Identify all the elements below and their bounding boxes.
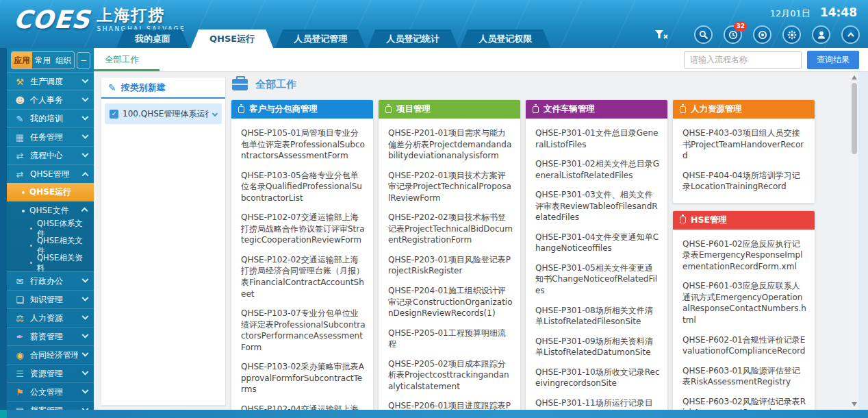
workflow-item[interactable]: QHSE-P201-01项目需求与能力偏差分析表Projectdemandand… — [388, 127, 513, 162]
sidebar-item-label: 薪资管理 — [30, 331, 78, 343]
scroll-up-button[interactable] — [852, 75, 857, 79]
collapse-header-icon[interactable] — [841, 25, 860, 44]
sidebar-item[interactable]: ☰ 资源管理 — [7, 365, 94, 382]
workflow-item[interactable]: QHSE-P301-02相关文件总目录GeneralListofRelatedF… — [535, 158, 660, 181]
workflow-item[interactable]: QHSE-P204-01施工组织设计评审记录ConstructionOrgani… — [388, 285, 513, 319]
search-results-button[interactable]: 查询结果 — [807, 51, 859, 69]
sidebar-item-label: 人力资源 — [30, 312, 78, 324]
workflow-item[interactable]: QHSE-P103-05合格专业分包单位名录QualifiedProfessio… — [241, 170, 366, 204]
workflow-item[interactable]: QHSE-P603-02风险评估记录表RiskAssessmentRecord — [682, 396, 807, 410]
sidebar-group: ▤ 档案管理 — [7, 401, 94, 410]
sidebar-group: ⚒ 生产调度 — [7, 72, 94, 90]
workflow-item[interactable]: QHSE-P301-04文件变更通知单ChangeNoticeoffiles — [535, 232, 660, 254]
sidebar-menu: ⚒ 生产调度 ☻ 个人事务 — [7, 72, 94, 410]
workflow-item[interactable]: QHSE-P206-01项目进度跟踪表ProjectProgressTracki… — [388, 400, 513, 410]
workflow-item[interactable]: QHSE-P301-09场所相关资料清单ListofRelatedDatumon… — [535, 336, 660, 358]
workflow-item[interactable]: QHSE-P301-11场所运行记录目录CatalogueofPerforman… — [535, 397, 660, 410]
tab-all-work[interactable]: 全部工作 — [94, 48, 150, 71]
sidebar-item-label: 个人事务 — [30, 95, 78, 106]
sidebar-item[interactable]: ⇄ QHSE管理 — [7, 165, 94, 183]
workflow-item[interactable]: QHSE-P102-02交通运输部上海打捞局经济合同管理台账（月报）表Finan… — [241, 254, 366, 299]
worker-icon: ⚒ — [14, 77, 25, 86]
workflow-item[interactable]: QHSE-P301-05相关文件变更通知书ChangeNoticeofRelat… — [535, 262, 660, 297]
header-date: 12月01日 — [770, 8, 810, 20]
workflow-item[interactable]: QHSE-P103-07专业分包单位业绩评定表ProfessionalSubco… — [241, 308, 366, 353]
workflow-item[interactable]: QHSE-P404-04场所培训学习记录LocationTrainingReco… — [682, 170, 807, 193]
sidebar-subitem[interactable]: QHSE文件 — [7, 201, 94, 220]
workflow-item[interactable]: QHSE-P601-02应急反应执行记录表EmergencyResponseIm… — [682, 238, 807, 273]
chevron-icon — [82, 150, 89, 157]
nav-tab[interactable]: 人员登记权限 — [460, 29, 550, 48]
category-card-body: QHSE-P105-01局管项目专业分包单位评定表ProfessionalSub… — [231, 119, 373, 410]
sidebar-item[interactable]: ▦ 任务管理 — [7, 128, 94, 146]
workflow-item[interactable]: QHSE-P602-01合规性评价记录EvaluationofComplianc… — [682, 334, 807, 357]
scrollbar[interactable] — [850, 73, 858, 408]
knowledge-icon: ❏ — [14, 295, 25, 304]
app-header: COES 上海打捞 SHANGHAI SALVAGE 12月01日 14:48 — [0, 0, 868, 48]
sidebar-tab-org[interactable]: 组织 — [53, 52, 74, 69]
sidebar-subsubitem-label: QHSE相关资料 — [37, 253, 88, 273]
sidebar-group: ✒ 薪资管理 — [7, 327, 94, 345]
workflow-item[interactable]: QHSE-P102-04交通运输部上海打捞局对外经济合同纠纷申报表Financi… — [241, 404, 366, 410]
nav-tab[interactable]: 人员登记统计 — [368, 29, 458, 48]
nav-tab[interactable]: 人员登记管理 — [275, 29, 366, 48]
sidebar-group: ▦ 任务管理 — [7, 127, 94, 146]
scroll-thumb[interactable] — [852, 83, 857, 154]
salary-icon: ✒ — [14, 332, 25, 341]
sidebar-item[interactable]: ☻ 个人事务 — [7, 91, 94, 109]
sidebar-collapse-button[interactable]: − — [77, 52, 90, 69]
workflow-item[interactable]: QHSE-P301-10场所收文记录ReceivingrecordsonSite — [535, 367, 660, 389]
sidebar-item[interactable]: ❏ 知识管理 — [7, 291, 94, 308]
workflow-item[interactable]: QHSE-P403-03项目组人员交接书ProjectTeamHandoverR… — [682, 127, 807, 162]
sidebar-item[interactable]: ⚒ 生产调度 — [7, 73, 94, 90]
workflow-item[interactable]: QHSE-P301-01文件总目录GeneralListofFiles — [535, 127, 660, 150]
sidebar-item[interactable]: ✒ 薪资管理 — [7, 328, 94, 345]
header-time: 14:48 — [820, 5, 857, 19]
workflow-item[interactable]: QHSE-P105-01局管项目专业分包单位评定表ProfessionalSub… — [241, 127, 366, 162]
sidebar-tab-apps[interactable]: 应用 — [12, 52, 32, 69]
sidebar-subsubitem[interactable]: QHSE相关文件 — [7, 237, 94, 254]
clear-filter-icon[interactable] — [654, 29, 668, 40]
nav-tab[interactable]: 我的桌面 — [116, 29, 189, 48]
workflow-item[interactable]: QHSE-P103-02采办策略审批表ApprovalFormforSubcon… — [241, 361, 366, 395]
workflow-item[interactable]: QHSE-P601-03应急反应联系人通讯方式EmergencyOperatio… — [682, 280, 807, 325]
sidebar-tab-frequent[interactable]: 常用 — [32, 52, 53, 69]
gear-icon[interactable] — [782, 25, 801, 44]
sidebar-item[interactable]: ⚑ 公文管理 — [7, 383, 94, 401]
workflow-item[interactable]: QHSE-P301-08场所相关文件清单ListofRelatedFileson… — [535, 305, 660, 328]
category-item[interactable]: 100.QHSE管理体系运行 — [105, 103, 222, 124]
workflow-item[interactable]: QHSE-P205-01工程预算明细流程 — [388, 328, 513, 350]
sidebar-item[interactable]: ▤ 档案管理 — [7, 402, 94, 410]
process-search-input[interactable] — [684, 51, 802, 69]
sidebar-group: ✎ 我的培训 — [7, 109, 94, 127]
scroll-down-button[interactable] — [852, 402, 857, 406]
workflow-item[interactable]: QHSE-P202-02项目技术标书登记表ProjectTechnicalBid… — [388, 212, 513, 246]
search-box: 查询结果 — [684, 51, 859, 69]
clipboard-icon — [238, 106, 244, 113]
workflow-item[interactable]: QHSE-P301-03文件、相关文件评审表ReviewTableofFiles… — [535, 189, 660, 223]
search-icon[interactable] — [694, 25, 713, 44]
official-doc-icon: ⚑ — [14, 388, 25, 397]
category-card-title: HSE管理 — [691, 214, 727, 226]
workflow-item[interactable]: QHSE-P205-02项目成本跟踪分析表Projectcosttracking… — [388, 358, 513, 393]
workflow-item[interactable]: QHSE-P202-01项目技术方案评审记录ProjectTechnicalPr… — [388, 170, 513, 204]
workflow-item[interactable]: QHSE-P102-07交通运输部上海打捞局战略合作协议签订评审Strategi… — [241, 212, 366, 246]
workflow-item[interactable]: QHSE-P203-01项目风险登记表ProjectRiskRegister — [388, 254, 513, 277]
target-icon[interactable] — [753, 25, 771, 44]
sidebar-group: ☰ 资源管理 — [7, 364, 94, 382]
chevron-icon — [82, 331, 89, 338]
user-icon[interactable] — [812, 25, 830, 44]
workflow-item[interactable]: QHSE-P603-01风险源评估登记表RiskAssessmentRegist… — [682, 365, 807, 388]
sidebar-subitem[interactable]: QHSE运行 — [7, 183, 94, 201]
sidebar-item[interactable]: ⇄ 流程中心 — [7, 147, 94, 164]
sidebar-item[interactable]: ✉ 行政办公 — [7, 272, 94, 290]
sidebar-subsubitem[interactable]: QHSE体系文件 — [7, 220, 94, 237]
sidebar-item[interactable]: ✎ 我的培训 — [7, 110, 94, 127]
clipboard-icon — [533, 106, 539, 113]
sidebar-item[interactable]: ⚖ 人力资源 — [7, 309, 94, 327]
sidebar-subsubitem[interactable]: QHSE相关资料 — [7, 254, 94, 271]
new-by-category-title: 按类别新建 — [121, 82, 166, 94]
notifications-icon[interactable]: 32 — [724, 25, 742, 44]
sidebar-item[interactable]: ◉ 合同经济管理 — [7, 346, 94, 364]
nav-tab[interactable]: QHSE运行 — [191, 29, 273, 48]
